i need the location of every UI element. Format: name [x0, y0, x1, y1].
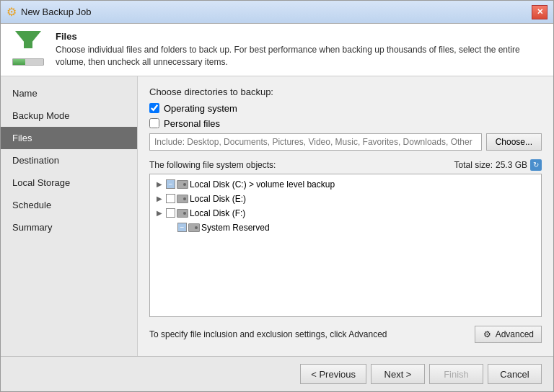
- progress-fill: [13, 59, 25, 65]
- header-icon: [11, 31, 45, 66]
- personal-checkbox-row: Personal files: [149, 118, 542, 129]
- main-window: ⚙ New Backup Job ✕ Files Choose individu…: [0, 0, 554, 392]
- sidebar-item-local-storage[interactable]: Local Storage: [1, 172, 137, 194]
- tree-item-c[interactable]: ▶ Local Disk (C:) > volume level backup: [150, 177, 541, 192]
- section-label: Choose directories to backup:: [149, 86, 542, 97]
- expand-f[interactable]: ▶: [154, 208, 164, 218]
- sidebar-item-destination[interactable]: Destination: [1, 149, 137, 172]
- advanced-hint: To specify file inclusion and exclusion …: [149, 329, 387, 339]
- sidebar-item-files[interactable]: Files: [1, 127, 137, 149]
- tree-item-f[interactable]: ▶ Local Disk (F:): [150, 206, 541, 220]
- total-size-value: 25.3 GB: [496, 160, 527, 170]
- cancel-button[interactable]: Cancel: [488, 364, 542, 384]
- checkbox-e[interactable]: [166, 194, 175, 203]
- close-button[interactable]: ✕: [532, 5, 548, 19]
- sidebar-item-summary[interactable]: Summary: [1, 216, 137, 239]
- file-tree[interactable]: ▶ Local Disk (C:) > volume level backup …: [149, 174, 542, 317]
- header-description: Choose individual files and folders to b…: [56, 44, 543, 68]
- os-checkbox-row: Operating system: [149, 103, 542, 114]
- advanced-gear-icon: ⚙: [483, 329, 493, 339]
- personal-label: Personal files: [164, 118, 220, 129]
- total-size-label: Total size:: [454, 160, 493, 170]
- checkbox-f[interactable]: [166, 208, 175, 218]
- total-size-area: Total size: 25.3 GB ↻: [454, 159, 542, 171]
- expand-c[interactable]: ▶: [154, 179, 164, 190]
- sidebar-item-schedule[interactable]: Schedule: [1, 194, 137, 216]
- include-field[interactable]: [149, 133, 482, 151]
- expand-e[interactable]: ▶: [154, 194, 164, 204]
- header-progress-bar: [12, 58, 44, 66]
- next-button[interactable]: Next >: [371, 364, 425, 384]
- title-bar: ⚙ New Backup Job ✕: [1, 1, 553, 24]
- include-row: Choose...: [149, 133, 542, 151]
- main-panel: Choose directories to backup: Operating …: [138, 76, 553, 356]
- file-list-label: The following file system objects:: [149, 160, 276, 170]
- os-label: Operating system: [164, 103, 237, 114]
- tree-label-sys: System Reserved: [201, 223, 270, 233]
- sidebar-item-name[interactable]: Name: [1, 82, 137, 104]
- tree-item-sys[interactable]: System Reserved: [150, 220, 541, 235]
- tree-item-e[interactable]: ▶ Local Disk (E:): [150, 192, 541, 206]
- disk-icon-sys: [188, 223, 200, 232]
- footer: < Previous Next > Finish Cancel: [1, 356, 553, 391]
- disk-icon-c: [177, 180, 188, 189]
- header-section: Files Choose individual files and folder…: [1, 24, 553, 76]
- window-title: New Backup Job: [21, 6, 92, 17]
- tree-label-c: Local Disk (C:) > volume level backup: [190, 179, 335, 190]
- advanced-button-label: Advanced: [496, 329, 534, 339]
- expand-sys[interactable]: [166, 223, 176, 233]
- content-area: Name Backup Mode Files Destination Local…: [1, 76, 553, 356]
- sidebar-item-backup-mode[interactable]: Backup Mode: [1, 104, 137, 127]
- personal-checkbox[interactable]: [149, 118, 159, 128]
- choose-button[interactable]: Choose...: [486, 133, 542, 151]
- checkbox-c[interactable]: [166, 179, 175, 189]
- advanced-button[interactable]: ⚙ Advanced: [475, 326, 542, 343]
- sidebar: Name Backup Mode Files Destination Local…: [1, 76, 138, 356]
- header-text: Files Choose individual files and folder…: [56, 31, 543, 68]
- header-title: Files: [56, 31, 543, 42]
- title-gear-icon: ⚙: [6, 5, 17, 19]
- disk-icon-e: [177, 195, 188, 203]
- os-checkbox[interactable]: [149, 103, 159, 113]
- refresh-icon[interactable]: ↻: [530, 159, 542, 171]
- disk-icon-f: [177, 209, 188, 218]
- finish-button[interactable]: Finish: [429, 364, 483, 384]
- advanced-row: To specify file inclusion and exclusion …: [149, 323, 542, 346]
- previous-button[interactable]: < Previous: [300, 364, 366, 384]
- file-list-header: The following file system objects: Total…: [149, 159, 542, 171]
- checkbox-sys[interactable]: [177, 223, 187, 232]
- tree-label-e: Local Disk (E:): [190, 194, 246, 204]
- tree-label-f: Local Disk (F:): [190, 208, 245, 218]
- title-bar-left: ⚙ New Backup Job: [6, 5, 92, 19]
